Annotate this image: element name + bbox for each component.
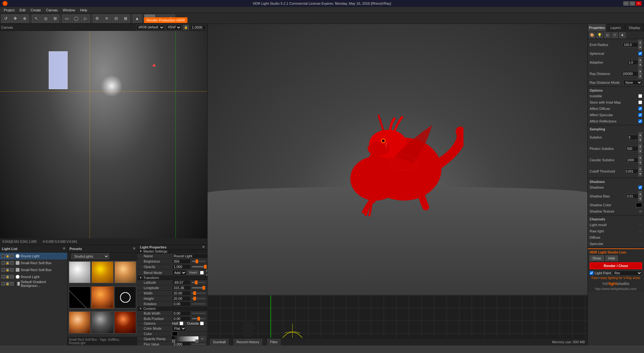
rp-tab-properties[interactable]: Properties [588, 24, 607, 31]
gumball-button[interactable]: Gumball [210, 339, 229, 345]
caustic-down[interactable]: ▼ [638, 160, 642, 165]
color-swatch[interactable] [172, 332, 178, 336]
raw-light-dots[interactable]: ··· [639, 229, 642, 233]
latitude-slider[interactable] [192, 282, 205, 283]
caustic-subdivs-input[interactable] [626, 157, 638, 162]
presets-dropdown[interactable]: StudioLights [71, 253, 109, 259]
light-item-2[interactable]: 👁 🔒 S Small Rect Soft Box [0, 266, 67, 273]
preset-item-6[interactable] [69, 311, 91, 333]
section-transform[interactable]: ▼ Transform [137, 276, 207, 280]
tool-custom1[interactable]: ▷ [81, 14, 90, 23]
affect-specular-checkbox[interactable] [638, 113, 642, 117]
light-item-0[interactable]: 👁 🔒 S Round Light [0, 253, 67, 259]
shadow-bias-down[interactable]: ▼ [638, 196, 642, 201]
diffuse-dots[interactable]: ··· [639, 235, 642, 240]
photon-down[interactable]: ▼ [638, 149, 642, 154]
filter-button[interactable]: Filter [267, 339, 280, 345]
name-input[interactable] [172, 253, 207, 259]
light-solo-4[interactable]: S [10, 282, 14, 286]
section-content[interactable]: ▼ Content [137, 307, 207, 311]
canvas-value-input[interactable]: 1.0000 [190, 25, 206, 30]
tool-rotate[interactable]: ↺ [1, 14, 10, 23]
bulb-width-slider[interactable] [192, 313, 205, 314]
longitude-input[interactable] [172, 285, 191, 290]
light-solo-2[interactable]: S [10, 268, 14, 272]
subdivs-down[interactable]: ▼ [638, 137, 642, 142]
opacity-slider[interactable] [192, 266, 205, 267]
affect-reflections-checkbox[interactable] [638, 119, 642, 123]
hdr-hide-button[interactable]: Hide [605, 255, 618, 261]
canvas-lock-btn[interactable]: 🔒 [183, 25, 189, 30]
light-lock-4[interactable]: 🔒 [6, 282, 9, 286]
preset-item-4[interactable] [92, 287, 113, 308]
latitude-input[interactable] [172, 280, 191, 285]
opacity-ramp-gradient[interactable] [172, 336, 198, 341]
ray-dist-mode-select[interactable]: None [623, 80, 642, 85]
photon-subdivs-input[interactable] [626, 146, 638, 151]
ray-distance-input[interactable] [621, 71, 638, 76]
adaptive-down[interactable]: ▼ [638, 62, 642, 67]
light-eye-0[interactable]: 👁 [1, 254, 5, 258]
canvas-channel-select[interactable]: HSVA [166, 25, 181, 30]
menu-help[interactable]: Help [78, 7, 90, 13]
shadow-color-swatch[interactable] [636, 203, 642, 207]
width-slider[interactable] [192, 293, 205, 294]
emit-radius-up[interactable]: ▲ [638, 40, 642, 45]
light-list-close[interactable]: ✕ [63, 247, 65, 251]
brightness-input[interactable] [172, 259, 191, 264]
light-item-3[interactable]: 👁 🔒 S Round Light [0, 273, 67, 280]
light-eye-3[interactable]: 👁 [1, 275, 5, 279]
rotation-slider[interactable] [192, 303, 205, 305]
light-lock-0[interactable]: 🔒 [6, 254, 9, 258]
rp-icon-star[interactable]: ★ [619, 32, 625, 38]
opacity-ramp-peg-left[interactable] [172, 339, 175, 343]
emit-radius-down[interactable]: ▼ [638, 45, 642, 50]
tool-close[interactable]: ✕ [102, 14, 111, 23]
rp-icon-funnel[interactable]: ▽ [612, 32, 618, 38]
menu-window[interactable]: Window [60, 7, 78, 13]
cutoff-up[interactable]: ▲ [638, 166, 642, 171]
light-item-1[interactable]: 👁 🔒 S Small Rect Soft Box [0, 259, 67, 266]
longitude-slider[interactable] [192, 287, 205, 288]
minimize-button[interactable]: ─ [623, 1, 629, 6]
caustic-up[interactable]: ▲ [638, 155, 642, 160]
tool-frame[interactable]: ⊠ [121, 14, 130, 23]
light-eye-2[interactable]: 👁 [1, 268, 5, 272]
ray-distance-down[interactable]: ▼ [638, 74, 642, 79]
bulb-pos-input[interactable] [172, 316, 191, 321]
outside-checkbox[interactable] [200, 322, 204, 325]
tool-circle[interactable]: ◯ [72, 14, 80, 23]
emit-radius-input[interactable] [623, 42, 638, 47]
hdr-show-button[interactable]: Show [590, 255, 604, 261]
light-eye-4[interactable]: 👁 [1, 282, 5, 286]
tool-move[interactable]: ⊞ [51, 14, 59, 23]
tool-grid[interactable]: ⊟ [112, 14, 120, 23]
light-lock-1[interactable]: 🔒 [6, 261, 9, 265]
rp-icon-filter[interactable]: ⊙ [604, 32, 610, 38]
section-master[interactable]: ▼ Master Settings [137, 249, 207, 253]
rp-tab-display[interactable]: Display [625, 24, 644, 31]
blend-select[interactable]: Add [172, 270, 186, 276]
opacity-ramp-edit-btn[interactable]: ✏ [200, 336, 205, 341]
preset-item-0[interactable] [69, 261, 91, 283]
peg-value-slider[interactable] [192, 344, 205, 345]
light-solo-3[interactable]: S [10, 275, 14, 279]
close-button[interactable]: ✕ [636, 1, 641, 6]
preset-item-7[interactable] [92, 311, 113, 333]
subdivs-up[interactable]: ▲ [638, 132, 642, 137]
bulb-width-input[interactable] [172, 311, 191, 316]
preset-item-3[interactable] [69, 287, 91, 308]
rp-icon-color[interactable]: 🎨 [589, 32, 595, 38]
shadow-bias-input[interactable] [626, 194, 638, 199]
cutoff-input[interactable] [624, 169, 638, 174]
menu-project[interactable]: Project [1, 7, 17, 13]
tool-settings[interactable]: ⚙ [93, 14, 102, 23]
canvas-colormode-select[interactable]: sRGB (default) [136, 25, 164, 30]
subdivs-input[interactable] [627, 135, 638, 140]
maximize-button[interactable]: □ [630, 1, 635, 6]
height-slider[interactable] [192, 298, 205, 299]
store-irrad-checkbox[interactable] [638, 100, 642, 104]
tool-light[interactable]: ◎ [41, 14, 50, 23]
preset-item-2[interactable] [114, 261, 136, 283]
preset-item-1[interactable] [92, 261, 113, 283]
